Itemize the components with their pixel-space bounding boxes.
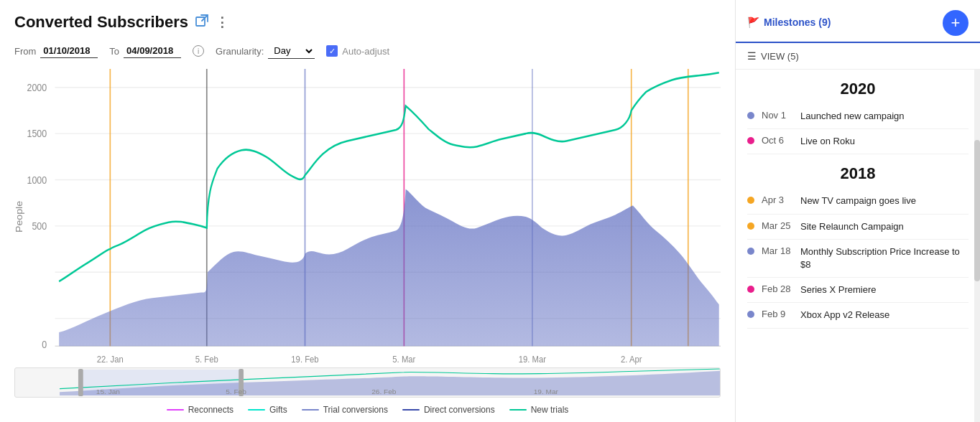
year-2020: 2020 xyxy=(747,70,969,104)
legend-gifts: Gifts xyxy=(248,405,287,415)
milestones-tab-label: Milestones (9) xyxy=(764,17,831,28)
view-filter[interactable]: ☰ VIEW (5) xyxy=(736,43,980,70)
milestone-date-mar25: Mar 25 xyxy=(762,220,793,231)
milestone-date-feb28: Feb 28 xyxy=(762,283,793,294)
milestone-dot-feb9 xyxy=(747,311,754,318)
granularity-label: Granularity: xyxy=(216,46,264,57)
auto-adjust-group: Auto-adjust xyxy=(326,45,389,57)
gifts-line-swatch xyxy=(248,409,265,411)
milestone-date-feb9: Feb 9 xyxy=(762,309,793,319)
milestone-date-mar18: Mar 18 xyxy=(762,245,793,256)
new-trials-label: New trials xyxy=(531,405,569,415)
scrollbar-thumb[interactable] xyxy=(974,140,980,281)
from-label: From xyxy=(14,46,36,57)
to-label: To xyxy=(109,46,119,57)
reconnects-label: Reconnects xyxy=(188,405,234,415)
milestone-dot-feb28 xyxy=(747,286,754,293)
milestone-dot-apr3 xyxy=(747,197,754,204)
chart-header: Converted Subscribers ⋮ xyxy=(14,13,721,32)
svg-text:15. Jan: 15. Jan xyxy=(96,388,120,395)
svg-text:2000: 2000 xyxy=(27,82,47,93)
milestone-feb28: Feb 28 Series X Premiere xyxy=(747,278,969,303)
date-to-group: To xyxy=(109,44,181,58)
milestone-text-feb9: Xbox App v2 Release xyxy=(800,309,889,322)
legend-new-trials: New trials xyxy=(509,405,569,415)
external-link-icon[interactable] xyxy=(195,14,208,30)
svg-text:19. Mar: 19. Mar xyxy=(534,388,558,395)
milestone-apr3: Apr 3 New TV campaign goes live xyxy=(747,189,969,214)
chart-controls: From To i Granularity: Day Week Month Au… xyxy=(14,43,721,59)
sidebar: 🚩 Milestones (9) + ☰ VIEW (5) 2020 Nov 1… xyxy=(736,0,980,422)
milestones-tab[interactable]: 🚩 Milestones (9) xyxy=(747,17,831,35)
reconnects-line-swatch xyxy=(167,409,184,411)
auto-adjust-checkbox[interactable] xyxy=(326,45,338,57)
info-icon[interactable]: i xyxy=(193,45,204,57)
granularity-select[interactable]: Day Week Month xyxy=(268,43,315,59)
milestone-text-oct6: Live on Roku xyxy=(800,135,855,148)
milestone-text-mar25: Site Relaunch Campaign xyxy=(800,220,904,233)
date-from-group: From xyxy=(14,44,98,58)
milestone-mar18: Mar 18 Monthly Subscription Price Increa… xyxy=(747,240,969,278)
svg-text:19. Feb: 19. Feb xyxy=(291,355,319,365)
milestone-date-apr3: Apr 3 xyxy=(762,194,793,205)
milestones-list: 2020 Nov 1 Launched new campaign Oct 6 L… xyxy=(736,70,980,422)
add-milestone-button[interactable]: + xyxy=(943,10,969,36)
milestone-text-mar18: Monthly Subscription Price Increase to $… xyxy=(800,245,969,271)
main-container: Converted Subscribers ⋮ From To i xyxy=(0,0,980,422)
main-chart: 2000 1500 1000 500 0 People xyxy=(14,69,721,365)
svg-text:People: People xyxy=(14,201,24,233)
milestone-nov1: Nov 1 Launched new campaign xyxy=(747,104,969,129)
from-date-input[interactable] xyxy=(40,44,98,58)
minimap[interactable]: 15. Jan 5. Feb 26. Feb 19. Mar xyxy=(14,367,721,398)
chart-legend: Reconnects Gifts Trial conversions Direc… xyxy=(14,405,721,415)
svg-text:5. Mar: 5. Mar xyxy=(392,355,415,365)
milestone-dot-mar25 xyxy=(747,222,754,230)
milestone-dot-mar18 xyxy=(747,248,754,255)
milestone-dot-oct6 xyxy=(747,137,754,144)
chart-svg-area: 2000 1500 1000 500 0 People xyxy=(14,69,721,365)
year-2018: 2018 xyxy=(747,154,969,189)
svg-text:26. Feb: 26. Feb xyxy=(371,388,396,395)
svg-text:22. Jan: 22. Jan xyxy=(97,355,124,365)
trial-conversions-swatch xyxy=(302,409,319,411)
to-date-input[interactable] xyxy=(124,44,181,58)
milestone-feb9: Feb 9 Xbox App v2 Release xyxy=(747,303,969,328)
svg-text:5. Feb: 5. Feb xyxy=(226,388,246,395)
milestone-dot-nov1 xyxy=(747,112,754,119)
trial-conversions-label: Trial conversions xyxy=(323,405,388,415)
milestone-mar25: Mar 25 Site Relaunch Campaign xyxy=(747,215,969,240)
milestone-text-apr3: New TV campaign goes live xyxy=(800,194,916,207)
auto-adjust-label: Auto-adjust xyxy=(342,46,389,57)
new-trials-swatch xyxy=(509,409,527,411)
milestone-date-nov1: Nov 1 xyxy=(762,110,793,121)
menu-icon[interactable]: ⋮ xyxy=(216,14,228,30)
svg-text:1500: 1500 xyxy=(27,128,47,140)
milestone-text-feb28: Series X Premiere xyxy=(800,283,876,296)
svg-text:0: 0 xyxy=(42,339,47,350)
direct-conversions-swatch xyxy=(402,409,420,411)
svg-rect-28 xyxy=(78,369,83,396)
milestone-date-oct6: Oct 6 xyxy=(762,135,793,146)
flag-icon: 🚩 xyxy=(747,17,759,28)
legend-reconnects: Reconnects xyxy=(167,405,234,415)
sidebar-header: 🚩 Milestones (9) + xyxy=(736,0,980,43)
view-filter-label: VIEW (5) xyxy=(761,51,799,62)
svg-text:2. Apr: 2. Apr xyxy=(621,355,642,365)
gifts-label: Gifts xyxy=(269,405,287,415)
svg-text:500: 500 xyxy=(32,220,47,232)
milestone-oct6: Oct 6 Live on Roku xyxy=(747,129,969,154)
direct-conversions-label: Direct conversions xyxy=(424,405,495,415)
scrollbar-track xyxy=(974,70,980,422)
filter-icon: ☰ xyxy=(747,50,757,62)
svg-text:5. Feb: 5. Feb xyxy=(195,355,218,365)
granularity-group: Granularity: Day Week Month xyxy=(216,43,315,59)
minimap-svg: 15. Jan 5. Feb 26. Feb 19. Mar xyxy=(15,368,720,397)
chart-title: Converted Subscribers xyxy=(14,13,188,32)
milestone-text-nov1: Launched new campaign xyxy=(800,110,905,123)
legend-direct-conversions: Direct conversions xyxy=(402,405,495,415)
chart-panel: Converted Subscribers ⋮ From To i xyxy=(0,0,736,422)
svg-text:1000: 1000 xyxy=(27,174,47,186)
legend-trial-conversions: Trial conversions xyxy=(302,405,388,415)
svg-text:19. Mar: 19. Mar xyxy=(519,355,546,365)
